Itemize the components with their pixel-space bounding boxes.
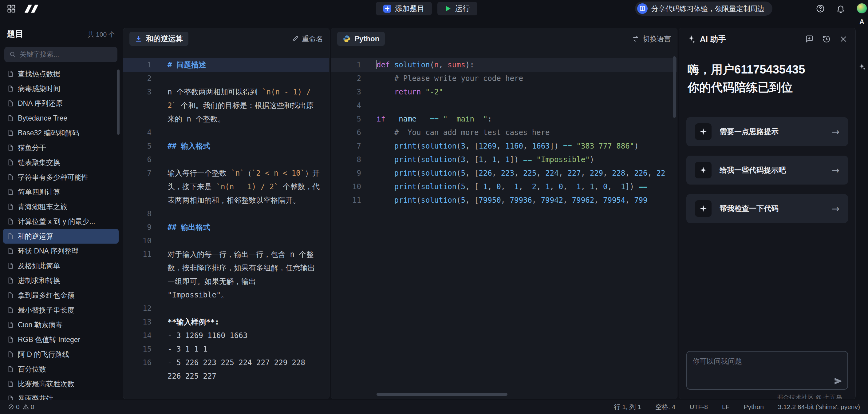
code-line[interactable]: 10 print(solution(5, [-1, 0, -1, -2, 1, … xyxy=(331,180,677,194)
sidebar-item[interactable]: RGB 色值转 Integer xyxy=(3,332,119,347)
widget-icon[interactable] xyxy=(858,63,866,72)
editor-vertical-scrollbar[interactable] xyxy=(673,56,676,118)
app-grid-icon[interactable] xyxy=(7,4,16,13)
problem-title-tab[interactable]: 和的逆运算 xyxy=(129,32,188,46)
send-icon[interactable] xyxy=(834,377,842,385)
status-item[interactable]: Python xyxy=(744,403,764,411)
line-number: 15 xyxy=(123,342,152,356)
markdown-line[interactable]: 10 xyxy=(123,234,329,247)
code-line[interactable]: 7 print(solution(3, [1269, 1160, 1663]) … xyxy=(331,139,677,153)
status-item[interactable]: 行 1, 列 1 xyxy=(614,403,641,411)
new-chat-icon[interactable] xyxy=(805,35,814,43)
markdown-line[interactable]: 11对于输入的每一行，输出一行，包含 n 个整数，按非降序排序，如果有多组解，任… xyxy=(123,247,329,302)
code-line[interactable]: 11 print(solution(5, [79950, 79936, 7994… xyxy=(331,194,677,207)
code-line[interactable]: 2 # Please write your code here xyxy=(331,72,677,85)
markdown-line[interactable]: 6 xyxy=(123,153,329,167)
markdown-line[interactable]: 1# 问题描述 xyxy=(123,58,329,72)
sidebar-item[interactable]: 简单四则计算 xyxy=(3,184,119,199)
switch-language-button[interactable]: 切换语言 xyxy=(632,34,671,44)
close-icon[interactable] xyxy=(839,35,847,43)
sidebar-item[interactable]: 暴雨梨花针 xyxy=(3,391,119,400)
sidebar-item-label: 阿 D 的飞行路线 xyxy=(18,350,69,359)
promo-banner[interactable]: 分享代码练习体验，领限量定制周边 xyxy=(635,2,772,16)
line-number: 13 xyxy=(123,315,152,329)
markdown-line[interactable]: 15- 3 1 1 1 xyxy=(123,342,329,356)
line-number: 9 xyxy=(123,220,152,234)
sidebar-item[interactable]: DNA 序列还原 xyxy=(3,96,119,111)
search-box[interactable] xyxy=(4,47,117,62)
sidebar-item[interactable]: 链表聚集交换 xyxy=(3,155,119,170)
help-icon[interactable] xyxy=(815,3,826,14)
sidebar-item[interactable]: 猫鱼分干 xyxy=(3,140,119,155)
document-icon xyxy=(7,292,14,299)
markdown-line[interactable]: 16- 5 226 223 225 224 227 229 228 226 22… xyxy=(123,356,329,383)
markdown-line[interactable]: 9## 输出格式 xyxy=(123,220,329,234)
status-item[interactable]: 3.12.2 64-bit ('shims': pyenv) xyxy=(778,403,860,411)
markdown-line[interactable]: 14- 3 1269 1160 1663 xyxy=(123,329,329,342)
avatar[interactable] xyxy=(857,3,867,13)
rename-button[interactable]: 重命名 xyxy=(292,34,323,44)
code-line[interactable]: 4 xyxy=(331,99,677,112)
sidebar-item[interactable]: 和的逆运算 xyxy=(3,229,119,244)
promo-banner-text: 分享代码练习体验，领限量定制周边 xyxy=(651,4,765,13)
code-line[interactable]: 3 return "-2" xyxy=(331,85,677,99)
markdown-line[interactable]: 3n 个整数两两相加可以得到 `n(n - 1) / 2` 个和。我们的目标是：… xyxy=(123,85,329,126)
markdown-line[interactable]: 8 xyxy=(123,207,329,220)
markdown-line[interactable]: 13**输入样例**: xyxy=(123,315,329,329)
code-line[interactable]: 1def solution(n, sums): xyxy=(331,58,677,72)
sidebar-scrollbar[interactable] xyxy=(117,69,120,135)
sidebar-item[interactable]: 字符串有多少种可能性 xyxy=(3,170,119,184)
sidebar-item-label: RGB 色值转 Integer xyxy=(18,335,80,345)
sidebar-item[interactable]: 计算位置 x 到 y 的最少... xyxy=(3,214,119,229)
sidebar-item[interactable]: 阿 D 的飞行路线 xyxy=(3,347,119,362)
status-item[interactable]: 空格: 4 xyxy=(655,403,675,411)
error-icon xyxy=(8,404,14,410)
sidebar-item[interactable]: 比赛最高获胜次数 xyxy=(3,377,119,391)
errors-indicator[interactable]: 0 xyxy=(8,403,20,411)
sidebar-item[interactable]: 及格如此简单 xyxy=(3,258,119,273)
search-input[interactable] xyxy=(20,51,113,58)
sidebar-item[interactable]: 最小替换子串长度 xyxy=(3,303,119,318)
line-number: 4 xyxy=(123,126,152,139)
editor-horizontal-scrollbar[interactable] xyxy=(376,393,507,396)
sidebar-item[interactable]: 环状 DNA 序列整理 xyxy=(3,244,119,258)
line-number: 7 xyxy=(331,139,361,153)
sidebar-item[interactable]: 青海湖租车之旅 xyxy=(3,199,119,214)
sidebar-item[interactable]: 百分位数 xyxy=(3,362,119,377)
code-line[interactable]: 6 # You can add more test cases here xyxy=(331,126,677,139)
warnings-indicator[interactable]: 0 xyxy=(23,403,34,411)
sidebar-item[interactable]: 拿到最多红包金额 xyxy=(3,288,119,303)
sidebar-item[interactable]: Cion 勒索病毒 xyxy=(3,318,119,332)
ai-suggestion-card[interactable]: 帮我检查一下代码→ xyxy=(686,194,848,223)
sidebar-item[interactable]: 病毒感染时间 xyxy=(3,81,119,96)
sidebar-item[interactable]: Base32 编码和解码 xyxy=(3,125,119,140)
ai-suggestion-card[interactable]: 给我一些代码提示吧→ xyxy=(686,156,848,184)
ai-input[interactable] xyxy=(687,352,847,389)
line-number: 2 xyxy=(123,72,152,85)
line-number: 3 xyxy=(331,85,361,99)
code-line[interactable]: 8 print(solution(3, [1, 1, 1]) == "Impos… xyxy=(331,153,677,167)
sidebar-item[interactable]: 查找热点数据 xyxy=(3,66,119,81)
notification-bell-icon[interactable] xyxy=(835,3,846,14)
search-icon xyxy=(9,51,16,58)
sidebar-item-label: 暴雨梨花针 xyxy=(18,394,53,400)
sidebar-item-label: 和的逆运算 xyxy=(18,232,53,241)
status-item[interactable]: LF xyxy=(722,403,730,411)
line-number: 5 xyxy=(331,112,361,126)
code-content: 1def solution(n, sums):2 # Please write … xyxy=(331,58,677,207)
markdown-line[interactable]: 2 xyxy=(123,72,329,85)
sidebar-item[interactable]: Bytedance Tree xyxy=(3,111,119,125)
run-button[interactable]: 运行 xyxy=(437,2,477,16)
sidebar-item[interactable]: 进制求和转换 xyxy=(3,273,119,288)
ai-suggestion-card[interactable]: 需要一点思路提示→ xyxy=(686,117,848,146)
status-item[interactable]: UTF-8 xyxy=(689,403,708,411)
code-line[interactable]: 5if __name__ == "__main__": xyxy=(331,112,677,126)
add-problem-button[interactable]: 添加题目 xyxy=(376,2,432,16)
language-tab[interactable]: Python xyxy=(337,32,385,46)
markdown-line[interactable]: 4 xyxy=(123,126,329,139)
code-line[interactable]: 9 print(solution(5, [226, 223, 225, 224,… xyxy=(331,167,677,180)
history-icon[interactable] xyxy=(822,35,831,43)
markdown-line[interactable]: 7输入每行一个整数 `n`（`2 < n < 10`）开头，接下来是 `n(n … xyxy=(123,167,329,207)
markdown-line[interactable]: 12 xyxy=(123,302,329,315)
markdown-line[interactable]: 5## 输入格式 xyxy=(123,139,329,153)
